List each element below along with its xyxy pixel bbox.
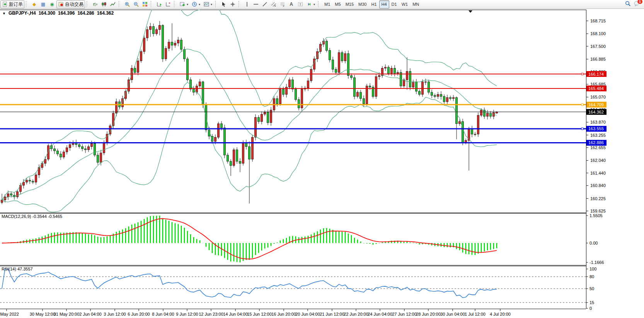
svg-text:8 Jun 04:00: 8 Jun 04:00 — [152, 312, 174, 316]
chat-icon[interactable]: 1 — [634, 1, 640, 8]
svg-text:21 Jun 12:00: 21 Jun 12:00 — [320, 312, 344, 316]
auto-scroll-button[interactable] — [155, 0, 164, 9]
timeframe-button-m5[interactable]: M5 — [332, 0, 343, 9]
macd-indicator-label: MACD(12,26,9) -0.3544 -0.5465 — [2, 214, 62, 219]
zoom-in-button[interactable] — [123, 0, 131, 9]
arrows-dropdown-caret[interactable]: ▾ — [313, 3, 315, 6]
navigator-button[interactable]: ◉ — [48, 0, 56, 9]
chart-shift-button[interactable] — [164, 0, 172, 9]
svg-text:E: E — [274, 5, 276, 7]
svg-text:14 Jun 04:00: 14 Jun 04:00 — [223, 312, 248, 316]
svg-text:-1.1666: -1.1666 — [589, 260, 604, 265]
ohlc-high: 164.396 — [58, 10, 75, 16]
indicators-button[interactable]: ▾ — [178, 0, 190, 9]
autotrade-label: 自动交易 — [65, 1, 83, 8]
svg-text:168.715: 168.715 — [590, 19, 606, 23]
horizontal-line-tool-button[interactable] — [251, 0, 260, 9]
cursor-tool-button[interactable] — [219, 0, 228, 9]
periods-button[interactable]: ▾ — [190, 0, 202, 9]
text-tool-button[interactable]: A — [287, 0, 296, 9]
svg-text:80: 80 — [589, 274, 594, 279]
tile-windows-button[interactable] — [140, 0, 149, 9]
svg-text:6 Jun 20:00: 6 Jun 20:00 — [128, 312, 150, 316]
periods-icon — [191, 2, 197, 7]
svg-text:160.225: 160.225 — [590, 196, 606, 201]
new-order-button[interactable]: 新订单 — [0, 0, 24, 9]
svg-text:1.5505: 1.5505 — [589, 213, 603, 218]
timeframe-button-h1[interactable]: H1 — [369, 0, 379, 9]
timeframe-button-m1[interactable]: M1 — [322, 0, 332, 9]
label-icon: T — [297, 2, 303, 7]
title-expander-icon[interactable]: ▼ — [2, 12, 6, 15]
bar-chart-button[interactable] — [90, 0, 99, 9]
svg-text:3 Jun 12:00: 3 Jun 12:00 — [104, 312, 126, 316]
svg-text:100: 100 — [589, 267, 596, 271]
templates-dropdown-caret[interactable]: ▾ — [211, 3, 212, 6]
data-window-button[interactable]: ▦ — [39, 0, 48, 9]
svg-text:164.709: 164.709 — [588, 102, 604, 107]
vertical-line-icon — [244, 2, 250, 7]
svg-text:161.440: 161.440 — [590, 171, 606, 175]
ohlc-close: 164.362 — [97, 10, 114, 16]
templates-icon — [203, 2, 209, 7]
horizontal-line-icon — [253, 2, 259, 7]
svg-text:167.500: 167.500 — [590, 44, 606, 49]
tile-windows-icon — [142, 2, 148, 7]
vertical-line-tool-button[interactable] — [242, 0, 251, 9]
toolbar-separator — [215, 1, 218, 7]
svg-text:163.255: 163.255 — [590, 133, 606, 138]
timeframe-button-h4[interactable]: H4 — [379, 0, 389, 9]
svg-text:12 Jun 23:00: 12 Jun 23:00 — [199, 312, 223, 316]
chart-canvas[interactable]: 168.715168.100167.500166.885166.285165.6… — [0, 9, 644, 318]
ohlc-low: 164.286 — [77, 10, 94, 16]
trendline-icon — [262, 2, 267, 7]
svg-text:27 Jun 12:00: 27 Jun 12:00 — [392, 312, 417, 316]
navigator-icon: ◉ — [49, 2, 55, 7]
candlestick-button[interactable] — [99, 0, 108, 9]
svg-text:27 May 2022: 27 May 2022 — [0, 312, 19, 316]
line-chart-button[interactable] — [108, 0, 117, 9]
search-icon[interactable] — [625, 1, 631, 8]
market-watch-button[interactable]: ◆ — [30, 0, 39, 9]
templates-button[interactable]: ▾ — [202, 0, 214, 9]
svg-text:F: F — [283, 5, 285, 7]
svg-text:4 Jul 20:00: 4 Jul 20:00 — [490, 312, 511, 316]
svg-text:0.00: 0.00 — [589, 241, 598, 245]
timeframe-button-d1[interactable]: D1 — [389, 0, 399, 9]
cursor-icon — [221, 2, 227, 7]
rsi-indicator-label: RSI(14) 47.3557 — [2, 267, 33, 271]
toolbar-separator — [119, 1, 121, 7]
svg-text:160.840: 160.840 — [590, 183, 606, 188]
zoom-in-icon — [124, 2, 130, 7]
timeframe-group: M1M5M15M30H1H4D1W1MN — [322, 0, 421, 9]
autotrade-button[interactable]: 自动交易 — [56, 0, 85, 9]
svg-text:16 Jun 20:00: 16 Jun 20:00 — [271, 312, 296, 316]
timeframe-button-mn[interactable]: MN — [410, 0, 421, 9]
chart-shift-icon — [165, 2, 171, 7]
crosshair-tool-button[interactable] — [228, 0, 237, 9]
toolbar-separator — [239, 1, 241, 7]
trading-terminal-window: 新订单 ◆ ▦ ◉ 自动交易 — [0, 0, 644, 318]
autotrade-icon — [58, 2, 64, 7]
channel-icon: E — [271, 2, 276, 7]
trendline-tool-button[interactable] — [260, 0, 269, 9]
label-tool-button[interactable]: T — [296, 0, 305, 9]
indicators-dropdown-caret[interactable]: ▾ — [187, 3, 188, 6]
zoom-out-button[interactable] — [131, 0, 140, 9]
arrows-tool-button[interactable]: ▾ — [305, 0, 317, 9]
periods-dropdown-caret[interactable]: ▾ — [199, 3, 200, 6]
svg-text:T: T — [299, 3, 301, 6]
fibonacci-tool-button[interactable]: F — [278, 0, 287, 9]
timeframe-button-w1[interactable]: W1 — [399, 0, 411, 9]
auto-scroll-icon — [156, 2, 162, 7]
new-order-label: 新订单 — [9, 1, 23, 8]
toolbar-right: 1 — [625, 1, 644, 8]
timeframe-button-m30[interactable]: M30 — [356, 0, 369, 9]
new-order-icon — [2, 2, 8, 7]
fibonacci-icon: F — [279, 2, 285, 7]
svg-text:31 May 20:00: 31 May 20:00 — [54, 312, 80, 316]
indicators-icon — [179, 2, 185, 7]
channel-tool-button[interactable]: E — [269, 0, 278, 9]
svg-text:166.885: 166.885 — [590, 57, 606, 61]
timeframe-button-m15[interactable]: M15 — [343, 0, 356, 9]
